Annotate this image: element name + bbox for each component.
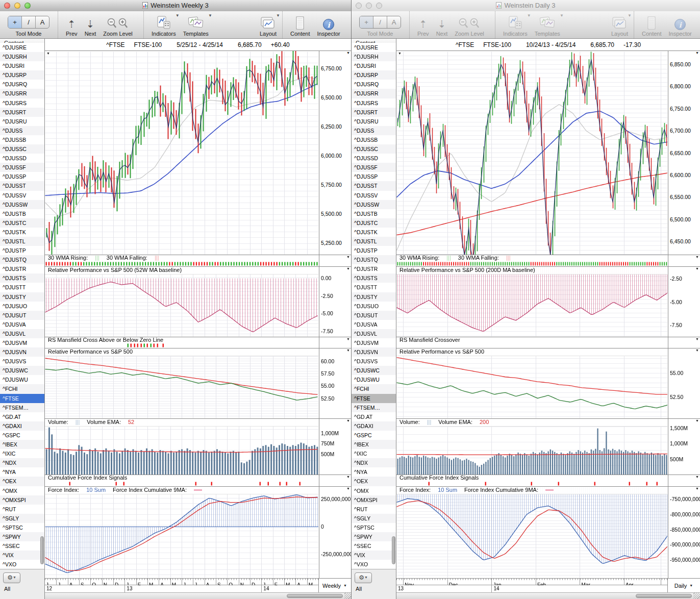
inspector-button[interactable]: i Inspector [665, 12, 695, 37]
zoom-out-icon[interactable] [458, 14, 481, 30]
sidebar-item-djustk[interactable]: ^DJUSTK [352, 228, 396, 237]
sidebar-item-djusty[interactable]: ^DJUSTY [0, 292, 44, 302]
sidebar-item-djusri[interactable]: ^DJUSRI [352, 61, 396, 70]
sidebar-item-ssec[interactable]: ^SSEC [0, 541, 44, 551]
next-button[interactable]: ⇣ Next [433, 12, 452, 37]
pane-disclosure-icon[interactable]: ▼ [346, 419, 350, 422]
left-rpl-chart[interactable] [45, 348, 318, 418]
sidebar-item-djustp[interactable]: ^DJUSTP [352, 246, 396, 255]
sidebar-item-ndx[interactable]: ^NDX [0, 458, 44, 467]
pane-disclosure-icon[interactable]: ▼ [695, 475, 699, 479]
tool-cursor-button[interactable]: + [8, 16, 22, 28]
inspector-button[interactable]: i Inspector [314, 12, 344, 37]
pane-disclosure-icon[interactable]: ▼ [695, 348, 699, 352]
horizontal-scrollbar[interactable] [396, 592, 700, 599]
sidebar-item-djustp[interactable]: ^DJUSTP [0, 246, 44, 255]
sidebar-item-djuss[interactable]: ^DJUSS [352, 126, 396, 135]
pane-disclosure-icon[interactable]: ▼ [346, 487, 350, 490]
sidebar-item-djusvm[interactable]: ^DJUSVM [352, 338, 396, 347]
sidebar-item-djussd[interactable]: ^DJUSSD [352, 154, 396, 163]
sidebar-item-djusre[interactable]: ^DJUSRE [352, 43, 396, 52]
right-period-dropdown[interactable]: Daily▼ [667, 579, 699, 592]
pane-disclosure-icon[interactable]: ▼ [398, 52, 402, 55]
sidebar-item-djustr[interactable]: ^DJUSTR [0, 264, 44, 273]
pane-disclosure-icon[interactable]: ▼ [346, 348, 350, 352]
sidebar-item-djusrs[interactable]: ^DJUSRS [0, 98, 44, 108]
sidebar-item-djusty[interactable]: ^DJUSTY [352, 292, 396, 302]
sidebar-item-djusrh[interactable]: ^DJUSRH [0, 52, 44, 61]
sidebar-item-djusre[interactable]: ^DJUSRE [0, 43, 44, 52]
sidebar-item-djusrp[interactable]: ^DJUSRP [352, 70, 396, 80]
resize-grip[interactable] [693, 592, 700, 599]
sidebar-item-ibex[interactable]: ^IBEX [352, 440, 396, 449]
resize-grip[interactable] [344, 592, 351, 599]
content-panel-button[interactable]: Content [287, 12, 314, 37]
pane-disclosure-icon[interactable]: ▼ [46, 52, 50, 55]
pane-disclosure-icon[interactable]: ▼ [346, 475, 350, 479]
sidebar-item-vxo[interactable]: ^VXO [352, 560, 396, 569]
zoom-out-icon[interactable] [107, 14, 129, 30]
sidebar-item-ftse[interactable]: ^FTSE [0, 394, 44, 403]
titlebar[interactable]: Weinstein Daily 3 [352, 0, 700, 12]
sidebar-item-gspc[interactable]: ^GSPC [0, 431, 44, 440]
sidebar-item-djustt[interactable]: ^DJUSTT [0, 283, 44, 292]
sidebar-item-djusut[interactable]: ^DJUSUT [0, 311, 44, 320]
pane-disclosure-icon[interactable]: ▼ [695, 487, 699, 490]
pane-disclosure-icon[interactable]: ▼ [695, 337, 699, 341]
left-hist-chart[interactable] [45, 267, 318, 337]
sidebar-item-djussp[interactable]: ^DJUSSP [0, 172, 44, 181]
sidebar-item-djussb[interactable]: ^DJUSSB [0, 135, 44, 144]
sidebar-item-djussw[interactable]: ^DJUSSW [352, 200, 396, 209]
sidebar-item-djusrq[interactable]: ^DJUSRQ [0, 80, 44, 89]
layout-button[interactable]: ▼ Layout [256, 12, 280, 37]
sidebar-item-djusrr[interactable]: ^DJUSRR [352, 89, 396, 98]
pane-disclosure-icon[interactable]: ▼ [346, 267, 350, 270]
left-main-chart[interactable] [45, 51, 318, 255]
horizontal-scrollbar[interactable] [45, 592, 351, 599]
pane-disclosure-icon[interactable]: ▼ [695, 255, 699, 259]
sidebar-item-djussw[interactable]: ^DJUSSW [0, 200, 44, 209]
sidebar-item-djusva[interactable]: ^DJUSVA [0, 320, 44, 329]
sidebar-item-djuswc[interactable]: ^DJUSWC [352, 366, 396, 375]
sidebar-item-ndx[interactable]: ^NDX [352, 458, 396, 467]
left-force-chart[interactable] [45, 487, 318, 578]
sidebar-item-djusva[interactable]: ^DJUSVA [352, 320, 396, 329]
gear-action-button[interactable]: ⚙▼ [3, 572, 20, 583]
sidebar-item-omx[interactable]: ^OMX [0, 486, 44, 495]
titlebar[interactable]: Weinstein Weekly 3 [0, 0, 351, 12]
sidebar-item-gdaxi[interactable]: ^GDAXI [352, 421, 396, 431]
sidebar-item-ssec[interactable]: ^SSEC [352, 541, 396, 551]
sidebar-item-ibex[interactable]: ^IBEX [0, 440, 44, 449]
sidebar-item-djussf[interactable]: ^DJUSSF [352, 163, 396, 172]
sidebar-item-djustk[interactable]: ^DJUSTK [0, 228, 44, 237]
sidebar-item-djusvl[interactable]: ^DJUSVL [352, 329, 396, 338]
sidebar-item-djuss[interactable]: ^DJUSS [0, 126, 44, 135]
sidebar-item-vix[interactable]: ^VIX [352, 551, 396, 560]
tool-text-button[interactable]: A [387, 16, 401, 28]
right-force-chart[interactable] [396, 487, 667, 578]
sidebar-item-djussb[interactable]: ^DJUSSB [352, 135, 396, 144]
sidebar-item-djusvm[interactable]: ^DJUSVM [0, 338, 44, 347]
sidebar-item-djustt[interactable]: ^DJUSTT [352, 283, 396, 292]
sidebar-item-djustq[interactable]: ^DJUSTQ [352, 255, 396, 264]
sidebar-item-djusts[interactable]: ^DJUSTS [352, 273, 396, 283]
sidebar-scrollbar[interactable] [40, 536, 44, 564]
sidebar-item-djusrq[interactable]: ^DJUSRQ [352, 80, 396, 89]
sidebar-item-djustc[interactable]: ^DJUSTC [352, 218, 396, 228]
sidebar-item-sptsc[interactable]: ^SPTSC [352, 523, 396, 532]
sidebar-item-djustb[interactable]: ^DJUSTB [0, 209, 44, 218]
tool-cursor-button[interactable]: + [360, 16, 373, 28]
sidebar-item-djussd[interactable]: ^DJUSSD [0, 154, 44, 163]
sidebar-item-ftse[interactable]: ^FTSE [352, 394, 396, 403]
sidebar-item-djusru[interactable]: ^DJUSRU [0, 117, 44, 126]
sidebar-item-djustl[interactable]: ^DJUSTL [0, 237, 44, 246]
sidebar-item-djustr[interactable]: ^DJUSTR [352, 264, 396, 273]
list-filter-label[interactable]: All [4, 586, 10, 592]
sidebar-item-gdat[interactable]: ^GD.AT [352, 412, 396, 421]
sidebar-item-djusts[interactable]: ^DJUSTS [0, 273, 44, 283]
pane-disclosure-icon[interactable]: ▼ [695, 51, 699, 55]
sidebar-item-djusrh[interactable]: ^DJUSRH [352, 52, 396, 61]
sidebar-item-djusst[interactable]: ^DJUSST [352, 181, 396, 190]
templates-button[interactable]: ▼ Templates [531, 12, 564, 37]
sidebar-item-vxo[interactable]: ^VXO [0, 560, 44, 569]
